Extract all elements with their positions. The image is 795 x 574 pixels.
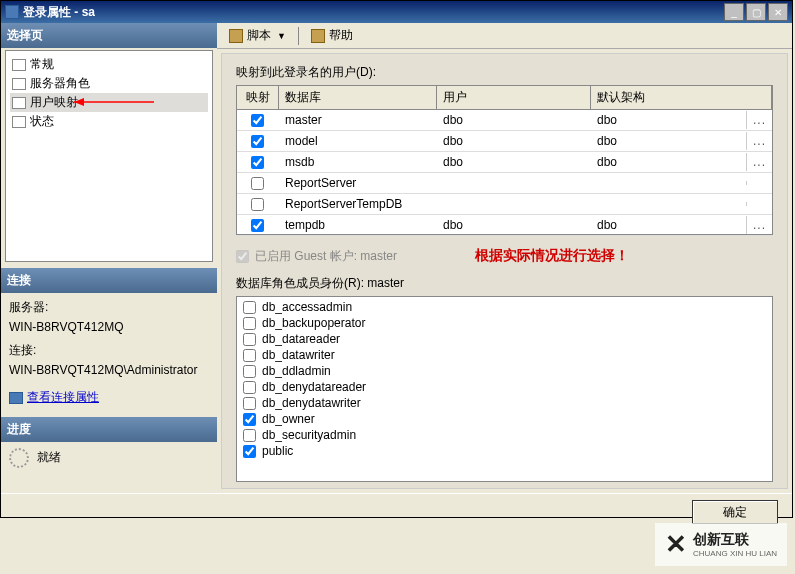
db-cell[interactable]: master	[279, 111, 437, 129]
ok-button[interactable]: 确定	[692, 500, 778, 524]
map-checkbox[interactable]	[251, 219, 264, 232]
browse-schema-button	[746, 181, 772, 185]
user-cell[interactable]	[437, 181, 591, 185]
help-icon	[311, 29, 325, 43]
script-label: 脚本	[247, 27, 271, 44]
browse-schema-button[interactable]: ...	[746, 216, 772, 234]
tree-label: 常规	[30, 56, 54, 73]
role-item[interactable]: public	[241, 443, 768, 459]
role-item[interactable]: db_datareader	[241, 331, 768, 347]
table-row[interactable]: tempdbdbodbo...	[237, 215, 772, 236]
browse-schema-button[interactable]: ...	[746, 153, 772, 171]
watermark-cn: 创新互联	[693, 531, 777, 549]
role-checkbox[interactable]	[243, 365, 256, 378]
minimize-button[interactable]: _	[724, 3, 744, 21]
db-cell[interactable]: tempdb	[279, 216, 437, 234]
col-user-header[interactable]: 用户	[437, 86, 591, 109]
role-name: db_securityadmin	[262, 428, 356, 442]
role-item[interactable]: db_denydatareader	[241, 379, 768, 395]
role-item[interactable]: db_backupoperator	[241, 315, 768, 331]
table-row[interactable]: ReportServerTempDB	[237, 194, 772, 215]
map-checkbox[interactable]	[251, 135, 264, 148]
arrow-annotation-icon	[74, 96, 164, 110]
progress-header: 进度	[1, 417, 217, 442]
role-item[interactable]: db_datawriter	[241, 347, 768, 363]
role-checkbox[interactable]	[243, 413, 256, 426]
schema-cell[interactable]: dbo	[591, 153, 746, 171]
page-icon	[12, 78, 26, 90]
role-checkbox[interactable]	[243, 445, 256, 458]
schema-cell[interactable]	[591, 202, 746, 206]
grid-header: 映射 数据库 用户 默认架构	[237, 86, 772, 110]
tree-item-user-mapping[interactable]: 用户映射	[10, 93, 208, 112]
main-window: 登录属性 - sa _ ▢ ✕ 选择页 常规 服务器角色 用户映射	[0, 0, 793, 518]
browse-schema-button[interactable]: ...	[746, 132, 772, 150]
tree-item-server-roles[interactable]: 服务器角色	[10, 74, 208, 93]
tree-label: 状态	[30, 113, 54, 130]
roles-listbox[interactable]: db_accessadmindb_backupoperatordb_datare…	[236, 296, 773, 482]
user-cell[interactable]: dbo	[437, 216, 591, 234]
role-item[interactable]: db_accessadmin	[241, 299, 768, 315]
user-cell[interactable]: dbo	[437, 132, 591, 150]
roles-label: 数据库角色成员身份(R): master	[236, 275, 773, 292]
user-cell[interactable]: dbo	[437, 153, 591, 171]
col-map-header[interactable]: 映射	[237, 86, 279, 109]
map-checkbox[interactable]	[251, 198, 264, 211]
role-checkbox[interactable]	[243, 349, 256, 362]
script-button[interactable]: 脚本 ▼	[223, 25, 292, 46]
role-checkbox[interactable]	[243, 397, 256, 410]
user-cell[interactable]: dbo	[437, 111, 591, 129]
col-schema-header[interactable]: 默认架构	[591, 86, 772, 109]
role-name: db_backupoperator	[262, 316, 365, 330]
close-button[interactable]: ✕	[768, 3, 788, 21]
schema-cell[interactable]: dbo	[591, 132, 746, 150]
right-panel: 脚本 ▼ 帮助 映射到此登录名的用户(D): 映射 数据库 用户 默认架构	[217, 23, 792, 493]
guest-label: 已启用 Guest 帐户: master	[255, 248, 397, 265]
role-name: db_accessadmin	[262, 300, 352, 314]
help-label: 帮助	[329, 27, 353, 44]
titlebar: 登录属性 - sa _ ▢ ✕	[1, 1, 792, 23]
help-button[interactable]: 帮助	[305, 25, 359, 46]
db-cell[interactable]: ReportServer	[279, 174, 437, 192]
role-checkbox[interactable]	[243, 333, 256, 346]
table-row[interactable]: modeldbodbo...	[237, 131, 772, 152]
conn-value: WIN-B8RVQT412MQ\Administrator	[9, 363, 209, 377]
user-cell[interactable]	[437, 202, 591, 206]
role-checkbox[interactable]	[243, 381, 256, 394]
view-connection-link[interactable]: 查看连接属性	[9, 389, 99, 406]
map-checkbox[interactable]	[251, 177, 264, 190]
role-item[interactable]: db_denydatawriter	[241, 395, 768, 411]
schema-cell[interactable]: dbo	[591, 111, 746, 129]
table-row[interactable]: masterdbodbo...	[237, 110, 772, 131]
schema-cell[interactable]	[591, 181, 746, 185]
col-db-header[interactable]: 数据库	[279, 86, 437, 109]
map-checkbox[interactable]	[251, 114, 264, 127]
grid-body: masterdbodbo...modeldbodbo...msdbdbodbo.…	[237, 110, 772, 236]
connection-header: 连接	[1, 268, 217, 293]
watermark-logo-icon: ✕	[665, 529, 687, 560]
role-checkbox[interactable]	[243, 317, 256, 330]
tree-label: 服务器角色	[30, 75, 90, 92]
progress-panel: 就绪	[1, 442, 217, 474]
role-item[interactable]: db_ddladmin	[241, 363, 768, 379]
role-checkbox[interactable]	[243, 429, 256, 442]
db-cell[interactable]: model	[279, 132, 437, 150]
role-item[interactable]: db_owner	[241, 411, 768, 427]
map-checkbox[interactable]	[251, 156, 264, 169]
table-row[interactable]: msdbdbodbo...	[237, 152, 772, 173]
role-item[interactable]: db_securityadmin	[241, 427, 768, 443]
dropdown-icon: ▼	[277, 31, 286, 41]
role-checkbox[interactable]	[243, 301, 256, 314]
schema-cell[interactable]: dbo	[591, 216, 746, 234]
db-cell[interactable]: ReportServerTempDB	[279, 195, 437, 213]
role-name: db_datawriter	[262, 348, 335, 362]
browse-schema-button[interactable]: ...	[746, 111, 772, 129]
left-panel: 选择页 常规 服务器角色 用户映射	[1, 23, 217, 493]
tree-item-status[interactable]: 状态	[10, 112, 208, 131]
table-row[interactable]: ReportServer	[237, 173, 772, 194]
browse-schema-button	[746, 202, 772, 206]
spinner-icon	[9, 448, 29, 468]
tree-item-general[interactable]: 常规	[10, 55, 208, 74]
maximize-button[interactable]: ▢	[746, 3, 766, 21]
db-cell[interactable]: msdb	[279, 153, 437, 171]
